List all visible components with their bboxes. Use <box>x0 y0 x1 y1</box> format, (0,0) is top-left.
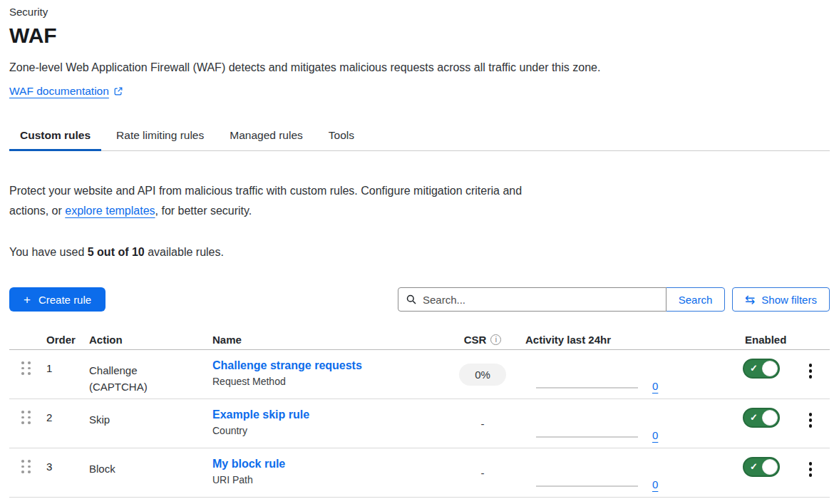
row-2-handle-cell <box>9 399 37 448</box>
row-2-name-cell: Example skip rule Country <box>203 399 449 448</box>
waf-tab-bar: Custom rules Rate limiting rules Managed… <box>9 121 830 151</box>
rule-expression-field: Request Method <box>212 376 449 387</box>
search-button[interactable]: Search <box>666 287 725 312</box>
row-3-enabled-cell: ✓ <box>734 448 791 497</box>
activity-sparkline <box>536 387 638 389</box>
show-filters-label: Show filters <box>761 294 817 306</box>
column-header-enabled: Enabled <box>734 334 791 346</box>
csr-value: - <box>481 418 485 430</box>
row-3-csr-cell: - <box>449 448 516 497</box>
toggle-knob <box>762 410 778 426</box>
activity-count-link[interactable]: 0 <box>652 478 658 490</box>
kebab-menu-icon[interactable] <box>808 461 814 497</box>
check-icon: ✓ <box>750 412 758 423</box>
row-1-enabled-cell: ✓ <box>734 350 791 398</box>
rules-usage: You have used 5 out of 10 available rule… <box>9 245 830 259</box>
row-3-name-cell: My block rule URI Path <box>203 448 449 497</box>
column-header-csr: CSR i <box>449 334 516 346</box>
usage-after: available rules. <box>145 246 224 258</box>
search-box <box>398 287 666 312</box>
drag-handle-icon[interactable] <box>21 361 31 375</box>
rule-expression-field: URI Path <box>212 474 449 485</box>
action-line-1: Block <box>89 461 203 477</box>
custom-rules-intro: Protect your website and API from malici… <box>9 181 540 221</box>
activity-count-link[interactable]: 0 <box>652 429 658 441</box>
waf-documentation-link[interactable]: WAF documentation <box>9 85 109 98</box>
row-3-order: 3 <box>37 448 80 497</box>
toggle-knob <box>762 459 778 475</box>
search-filter-group: Search ⇆ Show filters <box>398 287 830 312</box>
row-1-handle-cell <box>9 350 37 398</box>
swap-arrows-icon: ⇆ <box>745 294 755 306</box>
row-1-activity-cell: 0 <box>516 350 734 398</box>
column-header-activity: Activity last 24hr <box>516 334 734 346</box>
page-title: WAF <box>9 23 830 48</box>
row-3-menu-cell <box>791 448 830 497</box>
check-icon: ✓ <box>750 461 758 473</box>
rule-name-link[interactable]: Example skip rule <box>212 408 309 421</box>
csr-value: - <box>481 467 485 479</box>
row-2-order: 2 <box>37 399 80 448</box>
kebab-menu-icon[interactable] <box>808 411 814 448</box>
row-3-handle-cell <box>9 448 37 497</box>
rules-toolbar: + Create rule Search ⇆ Show filt <box>9 287 830 312</box>
create-rule-button[interactable]: + Create rule <box>9 287 105 312</box>
rule-expression-field: Country <box>212 425 449 436</box>
breadcrumb: Security <box>9 6 830 19</box>
row-1-action: Challenge (CAPTCHA) <box>80 350 203 398</box>
waf-page: Security WAF Zone-level Web Application … <box>0 0 839 498</box>
csr-badge: 0% <box>459 364 506 386</box>
row-1-menu-cell <box>791 350 830 398</box>
table-row-2: 2 Skip Example skip rule Country - 0 ✓ <box>9 399 830 448</box>
row-1-csr-cell: 0% <box>449 350 516 398</box>
row-3-action: Block <box>80 448 203 497</box>
plus-icon: + <box>24 294 31 306</box>
row-2-enabled-cell: ✓ <box>734 399 791 448</box>
usage-before: You have used <box>9 246 88 258</box>
tab-rate-limiting-rules[interactable]: Rate limiting rules <box>105 121 215 151</box>
activity-count-link[interactable]: 0 <box>652 380 658 392</box>
show-filters-button[interactable]: ⇆ Show filters <box>732 287 830 312</box>
activity-sparkline <box>536 436 638 438</box>
search-combo: Search <box>398 287 725 312</box>
table-row-3: 3 Block My block rule URI Path - 0 ✓ <box>9 448 830 498</box>
rules-table-header: Order Action Name CSR i Activity last 24… <box>9 330 830 350</box>
column-header-action: Action <box>80 334 203 346</box>
usage-count: 5 out of 10 <box>88 246 145 258</box>
kebab-menu-icon[interactable] <box>808 362 814 398</box>
action-line-1: Challenge <box>89 362 203 379</box>
activity-sparkline <box>536 485 638 487</box>
toggle-knob <box>762 361 778 376</box>
check-icon: ✓ <box>750 363 758 374</box>
external-link-icon <box>113 86 123 96</box>
tab-tools[interactable]: Tools <box>318 121 365 151</box>
drag-handle-icon[interactable] <box>21 460 31 473</box>
tab-custom-rules[interactable]: Custom rules <box>9 121 101 151</box>
info-icon[interactable]: i <box>490 334 501 345</box>
drag-handle-icon[interactable] <box>21 411 31 424</box>
row-2-menu-cell <box>791 399 830 448</box>
create-rule-label: Create rule <box>38 294 91 306</box>
enabled-toggle[interactable]: ✓ <box>743 359 780 379</box>
action-line-2: (CAPTCHA) <box>89 379 203 395</box>
row-3-activity-cell: 0 <box>516 448 734 497</box>
intro-text-after: , for better security. <box>155 205 252 217</box>
enabled-toggle[interactable]: ✓ <box>743 408 780 428</box>
row-1-order: 1 <box>37 350 80 398</box>
rule-name-link[interactable]: Challenge strange requests <box>212 359 362 372</box>
explore-templates-link[interactable]: explore templates <box>65 205 155 217</box>
csr-label: CSR <box>464 334 487 346</box>
column-header-name: Name <box>203 334 449 346</box>
search-icon <box>406 294 417 308</box>
row-2-activity-cell: 0 <box>516 399 734 448</box>
column-header-order: Order <box>37 334 80 346</box>
doc-link-row: WAF documentation <box>9 85 830 98</box>
table-row-1: 1 Challenge (CAPTCHA) Challenge strange … <box>9 350 830 399</box>
enabled-toggle[interactable]: ✓ <box>743 457 780 477</box>
tab-managed-rules[interactable]: Managed rules <box>219 121 314 151</box>
search-input[interactable] <box>398 287 666 312</box>
row-2-action: Skip <box>80 399 203 448</box>
page-description: Zone-level Web Application Firewall (WAF… <box>9 61 830 74</box>
row-2-csr-cell: - <box>449 399 516 448</box>
rule-name-link[interactable]: My block rule <box>212 458 285 470</box>
